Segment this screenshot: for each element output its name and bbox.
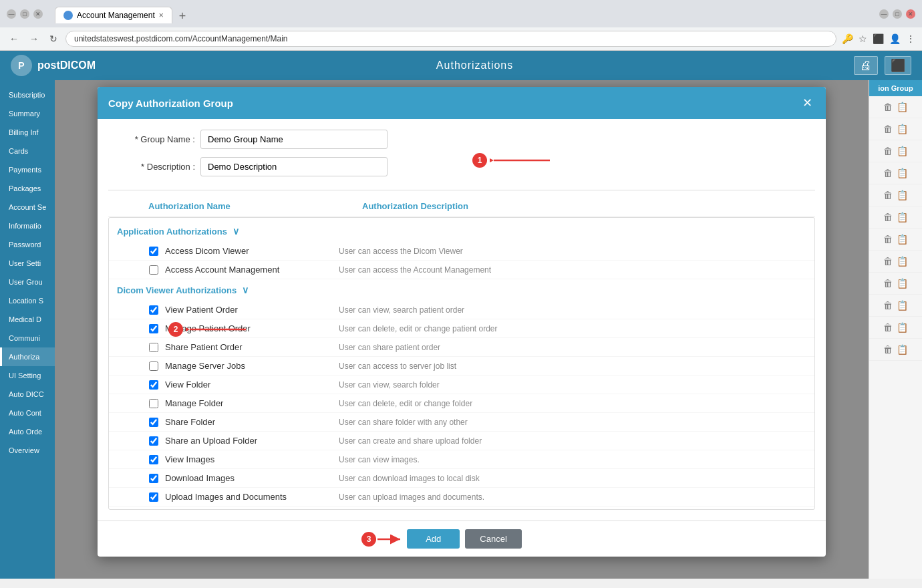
checkbox-view-patient[interactable] — [149, 305, 158, 315]
sidebar-item-payments[interactable]: Payments — [0, 160, 55, 179]
auth-desc-manage-folder: User can delete, edit or change folder — [339, 399, 804, 408]
checkbox-access-account[interactable] — [149, 265, 158, 275]
sidebar-item-subscription[interactable]: Subscriptio — [0, 86, 55, 104]
checkbox-view-folder[interactable] — [149, 380, 158, 390]
window-close[interactable]: ✕ — [906, 9, 915, 19]
delete-icon[interactable]: 🗑 — [883, 234, 893, 245]
new-tab-button[interactable]: + — [175, 9, 190, 23]
sidebar-item-billing[interactable]: Billing Inf — [0, 123, 55, 142]
sidebar-item-user-groups[interactable]: User Grou — [0, 273, 55, 291]
copy-icon[interactable]: 📋 — [897, 212, 908, 223]
tab-favicon — [63, 11, 73, 20]
sidebar-item-information[interactable]: Informatio — [0, 216, 55, 235]
app-header: P postDICOM Authorizations 🖨 ⬛ — [0, 51, 922, 80]
copy-icon[interactable]: 📋 — [897, 146, 908, 156]
copy-icon[interactable]: 📋 — [897, 278, 908, 289]
sidebar-item-overview[interactable]: Overview — [0, 441, 55, 460]
auth-desc-share-patient: User can share patient order — [339, 343, 804, 352]
profile-icon[interactable]: 👤 — [889, 33, 901, 44]
checkbox-access-dicom[interactable] — [149, 247, 158, 256]
col-auth-desc-header: Authorization Description — [362, 201, 815, 211]
delete-icon[interactable]: 🗑 — [883, 300, 893, 311]
checkbox-upload-docs[interactable] — [149, 492, 158, 502]
minimize-button[interactable]: — — [7, 9, 16, 19]
checkbox-view-images[interactable] — [149, 455, 158, 464]
copy-icon[interactable]: 📋 — [897, 168, 908, 178]
sidebar-item-account[interactable]: Account Se — [0, 198, 55, 216]
refresh-button[interactable]: ↻ — [47, 32, 60, 45]
star-icon[interactable]: ☆ — [859, 33, 867, 44]
sidebar-item-ui-settings[interactable]: UI Setting — [0, 366, 55, 385]
modal-close-button[interactable]: ✕ — [799, 95, 815, 111]
delete-icon[interactable]: 🗑 — [883, 322, 893, 333]
url-input[interactable] — [65, 31, 836, 47]
add-button[interactable]: Add — [407, 529, 460, 549]
forward-button[interactable]: → — [27, 32, 41, 45]
sidebar-item-summary[interactable]: Summary — [0, 104, 55, 123]
auth-name-share-patient: Share Patient Order — [165, 342, 339, 352]
copy-icon[interactable]: 📋 — [897, 322, 908, 333]
checkbox-manage-folder[interactable] — [149, 399, 158, 408]
back-button[interactable]: ← — [7, 32, 21, 45]
description-input[interactable] — [200, 157, 388, 176]
group-name-input[interactable] — [200, 130, 388, 149]
checkbox-share-patient[interactable] — [149, 343, 158, 352]
delete-icon[interactable]: 🗑 — [883, 146, 893, 156]
sidebar-item-auto-dicom[interactable]: Auto DICC — [0, 385, 55, 404]
right-rows-container: 🗑 📋 🗑 📋 🗑 📋 🗑 📋 🗑 📋 🗑 📋 🗑 📋 🗑 📋 🗑 📋 🗑 📋 … — [869, 96, 922, 361]
annotation-3-circle: 3 — [361, 532, 376, 547]
copy-icon[interactable]: 📋 — [897, 124, 908, 134]
right-panel-header: ion Group — [869, 80, 922, 96]
copy-icon[interactable]: 📋 — [897, 190, 908, 200]
print-icon[interactable]: 🖨 — [854, 56, 878, 75]
delete-icon[interactable]: 🗑 — [883, 344, 893, 355]
sidebar-item-auto-cont[interactable]: Auto Cont — [0, 404, 55, 422]
sidebar-item-auto-order[interactable]: Auto Orde — [0, 422, 55, 441]
copy-icon[interactable]: 📋 — [897, 234, 908, 245]
exit-icon[interactable]: ⬛ — [885, 56, 911, 75]
sidebar-item-medical[interactable]: Medical D — [0, 310, 55, 329]
window-minimize[interactable]: — — [879, 9, 889, 19]
sidebar-item-authorizations[interactable]: Authoriza — [0, 347, 55, 366]
auth-scroll-container[interactable]: Application Authorizations ∨ Access Dico… — [108, 217, 815, 510]
extension-icon[interactable]: ⬛ — [873, 33, 884, 44]
section-app-label: Application Authorizations — [117, 227, 227, 237]
checkbox-download-images[interactable] — [149, 474, 158, 483]
auth-desc-share-upload: User can create and share upload folder — [339, 436, 804, 446]
delete-icon[interactable]: 🗑 — [883, 190, 893, 200]
checkbox-manage-patient[interactable] — [149, 324, 158, 333]
delete-icon[interactable]: 🗑 — [883, 168, 893, 178]
checkbox-share-folder[interactable] — [149, 418, 158, 427]
sidebar-item-cards[interactable]: Cards — [0, 142, 55, 160]
auth-name-manage-folder: Manage Folder — [165, 398, 339, 408]
sidebar-item-location[interactable]: Location S — [0, 291, 55, 310]
copy-icon[interactable]: 📋 — [897, 102, 908, 112]
copy-icon[interactable]: 📋 — [897, 344, 908, 355]
checkbox-share-upload[interactable] — [149, 436, 158, 446]
copy-icon[interactable]: 📋 — [897, 256, 908, 267]
cancel-button[interactable]: Cancel — [465, 529, 521, 549]
description-row: * Description : — [108, 157, 815, 176]
menu-icon[interactable]: ⋮ — [906, 33, 915, 44]
delete-icon[interactable]: 🗑 — [883, 212, 893, 223]
delete-icon[interactable]: 🗑 — [883, 278, 893, 289]
modal-footer: 3 Add Cancel — [98, 521, 826, 557]
delete-icon[interactable]: 🗑 — [883, 256, 893, 267]
auth-desc-view-patient: User can view, search patient order — [339, 305, 804, 315]
delete-icon[interactable]: 🗑 — [883, 124, 893, 134]
browser-chrome: — □ ✕ Account Management × + — □ ✕ ← → ↻… — [0, 0, 922, 51]
sidebar-item-communication[interactable]: Communi — [0, 329, 55, 347]
tab-close-button[interactable]: × — [159, 11, 164, 20]
sidebar-item-password[interactable]: Password — [0, 235, 55, 254]
close-button[interactable]: ✕ — [33, 9, 43, 19]
window-maximize[interactable]: □ — [893, 9, 902, 19]
browser-tab[interactable]: Account Management × — [55, 7, 172, 23]
sidebar-item-user-settings[interactable]: User Setti — [0, 254, 55, 273]
section-dicom-auth[interactable]: Dicom Viewer Authorizations ∨ — [109, 279, 814, 301]
copy-icon[interactable]: 📋 — [897, 300, 908, 311]
sidebar-item-packages[interactable]: Packages — [0, 179, 55, 198]
maximize-button[interactable]: □ — [20, 9, 29, 19]
delete-icon[interactable]: 🗑 — [883, 102, 893, 112]
checkbox-manage-server[interactable] — [149, 361, 158, 371]
section-application-auth[interactable]: Application Authorizations ∨ — [109, 220, 814, 242]
